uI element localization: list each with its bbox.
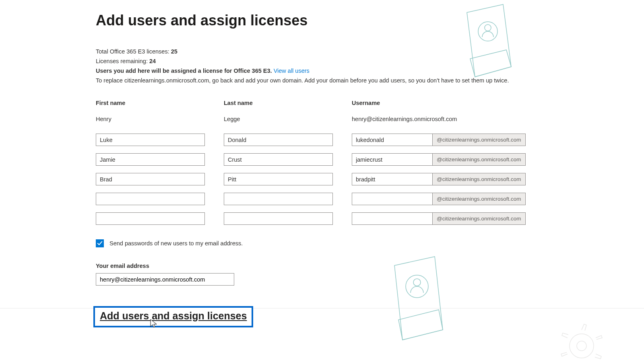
svg-point-7 [413,279,421,286]
last-name-input[interactable] [224,212,333,225]
decoration-card-icon [455,2,523,87]
primary-button-label: Add users and assign licenses [100,310,247,321]
first-name-input[interactable] [96,212,205,225]
username-input[interactable] [352,193,432,205]
username-input[interactable] [352,173,432,185]
first-name-input[interactable] [96,193,205,205]
add-users-assign-licenses-button[interactable]: Add users and assign licenses [93,306,253,327]
user-row: @citizenlearnings.onmicrosoft.com [96,173,644,185]
user-row: @citizenlearnings.onmicrosoft.com [96,212,644,225]
username-input[interactable] [352,212,432,225]
header-username: Username [352,100,523,106]
svg-point-3 [485,25,491,31]
first-name-input[interactable] [96,153,205,166]
svg-marker-0 [467,4,511,77]
assign-info-text: Users you add here will be assigned a li… [96,68,274,74]
send-passwords-checkbox[interactable] [96,239,104,247]
remaining-licenses-label: Licenses remaining: [96,58,149,64]
page-title: Add users and assign licenses [96,12,644,29]
domain-suffix: @citizenlearnings.onmicrosoft.com [432,212,526,225]
license-info: Total Office 365 E3 licenses: 25 License… [96,48,644,84]
first-name-input[interactable] [96,173,205,185]
last-name-input[interactable] [224,153,333,166]
total-licenses-label: Total Office 365 E3 licenses: [96,48,171,55]
header-first-name: First name [96,100,224,106]
svg-point-8 [570,334,594,358]
user-row: @citizenlearnings.onmicrosoft.com [96,193,644,205]
view-all-users-link[interactable]: View all users [274,68,310,74]
decoration-gear-icon [557,322,606,362]
domain-suffix: @citizenlearnings.onmicrosoft.com [432,134,526,146]
checkmark-icon [97,241,103,246]
user-row: @citizenlearnings.onmicrosoft.com [96,153,644,166]
email-address-label: Your email address [96,263,644,269]
last-name-input[interactable] [224,193,333,205]
email-address-input[interactable] [96,273,234,286]
svg-marker-1 [470,50,511,77]
existing-first: Henry [96,116,224,122]
svg-marker-5 [398,310,443,340]
svg-marker-4 [394,257,443,340]
send-passwords-label: Send passwords of new users to my email … [109,240,243,247]
last-name-input[interactable] [224,134,333,146]
domain-suffix: @citizenlearnings.onmicrosoft.com [432,173,526,185]
decoration-card-icon [378,253,459,350]
header-last-name: Last name [224,100,352,106]
existing-username: henry@citizenlearnings.onmicrosoft.com [352,116,523,122]
domain-suffix: @citizenlearnings.onmicrosoft.com [432,193,526,205]
existing-user-row: Henry Legge henry@citizenlearnings.onmic… [96,116,644,122]
user-row: @citizenlearnings.onmicrosoft.com [96,134,644,146]
domain-suffix: @citizenlearnings.onmicrosoft.com [432,153,526,166]
existing-last: Legge [224,116,352,122]
username-input[interactable] [352,153,432,166]
replace-domain-text: To replace citizenlearnings.onmicrosoft.… [96,77,644,84]
remaining-licenses-value: 24 [149,58,156,64]
username-input[interactable] [352,134,432,146]
first-name-input[interactable] [96,134,205,146]
last-name-input[interactable] [224,173,333,185]
total-licenses-value: 25 [171,48,178,55]
svg-point-9 [577,341,586,351]
